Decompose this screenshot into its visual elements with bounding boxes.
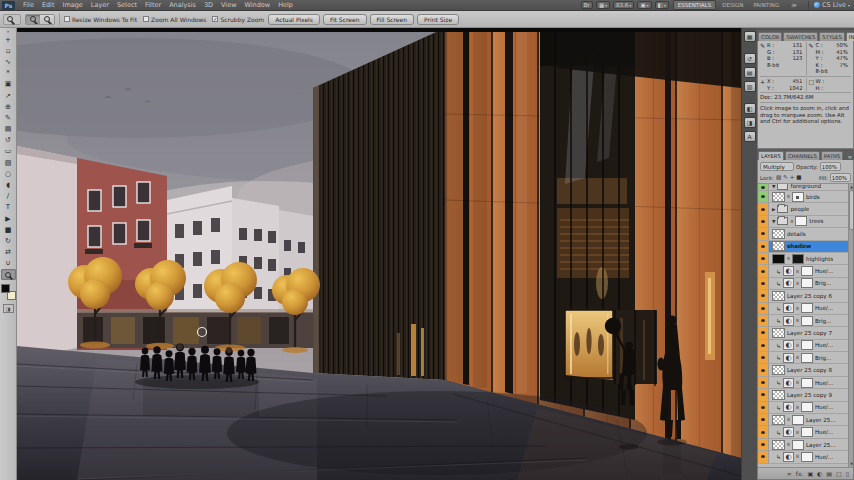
layer-name[interactable]: trees — [809, 218, 823, 224]
menu-analysis[interactable]: Analysis — [165, 0, 200, 10]
workspace-design[interactable]: DESIGN — [718, 1, 747, 9]
visibility-toggle[interactable] — [758, 364, 769, 375]
visibility-toggle[interactable] — [758, 352, 769, 363]
panel-mini-bridge-icon[interactable]: ▦ — [744, 31, 756, 42]
visibility-toggle[interactable] — [758, 377, 769, 388]
clone-stamp-tool[interactable]: ▤ — [1, 124, 16, 135]
visibility-toggle[interactable] — [758, 315, 769, 326]
layers-scrollbar[interactable]: ▲ ▼ — [848, 184, 853, 467]
gradient-tool[interactable]: ▨ — [1, 157, 16, 168]
move-tool[interactable]: + — [1, 34, 16, 45]
3d-tool[interactable]: ⇄ — [1, 247, 16, 258]
layer-name[interactable]: Layer 25... — [806, 442, 836, 448]
layer-name[interactable]: Hue/... — [815, 380, 833, 386]
layer-name[interactable]: Layer 25 copy 8 — [787, 367, 832, 373]
layer-name[interactable]: foreground — [790, 184, 821, 189]
layer-row[interactable]: 8highlights — [758, 253, 853, 265]
visibility-toggle[interactable] — [758, 191, 769, 202]
blend-mode-select[interactable]: Multiply▾ — [760, 162, 794, 171]
lasso-tool[interactable]: ∿ — [1, 56, 16, 67]
option-scrubby-zoom[interactable]: ✓Scrubby Zoom — [212, 16, 264, 23]
layers-tab-channels[interactable]: CHANNELS — [785, 151, 820, 160]
menu-view[interactable]: View — [217, 0, 240, 10]
dodge-tool[interactable]: ◖ — [1, 179, 16, 190]
fill-screen-button[interactable]: Fill Screen — [370, 14, 415, 25]
opacity-value[interactable]: 100%▸ — [820, 162, 841, 171]
disclosure-icon[interactable]: ▶ — [772, 207, 775, 212]
zoom-level[interactable]: 83.6▾ — [613, 1, 634, 9]
layer-mask-thumbnail[interactable] — [801, 340, 813, 350]
layer-mask-thumbnail[interactable] — [801, 353, 813, 363]
layer-name[interactable]: Hue/... — [815, 454, 833, 460]
layer-name[interactable]: Layer 25 copy 6 — [787, 293, 832, 299]
quick-mask-button[interactable]: ◨ — [3, 304, 14, 313]
visibility-toggle[interactable] — [758, 389, 769, 400]
panel-actions-icon[interactable]: ▤ — [744, 67, 756, 78]
scroll-down-icon[interactable]: ▼ — [849, 461, 853, 467]
layer-mask-thumbnail[interactable] — [801, 303, 813, 313]
panel-adjustments-icon[interactable]: ◧ — [744, 103, 756, 114]
visibility-toggle[interactable] — [758, 184, 769, 190]
menu-3d[interactable]: 3D — [200, 0, 217, 10]
lock-position-icon[interactable]: + — [790, 175, 795, 181]
visibility-toggle[interactable] — [758, 340, 769, 351]
layer-thumbnail[interactable] — [772, 241, 785, 251]
foreground-color-swatch[interactable] — [1, 284, 10, 293]
cs-live-button[interactable]: CS Live ▾ — [808, 1, 850, 9]
visibility-toggle[interactable] — [758, 203, 769, 214]
launch-bridge-icon[interactable]: Br — [581, 1, 593, 9]
layer-row[interactable]: ↳◐8Hue/... — [758, 340, 853, 352]
hand-tool[interactable]: ∪ — [1, 258, 16, 269]
panel-tool-presets-icon[interactable]: ▥ — [744, 81, 756, 92]
layer-mask-thumbnail[interactable] — [801, 402, 813, 412]
layer-name[interactable]: Hue/... — [815, 305, 833, 311]
layers-tab-layers[interactable]: LAYERS — [758, 151, 784, 160]
add-layer-mask-icon[interactable]: ▣ — [807, 471, 813, 477]
layer-name[interactable]: Brig... — [815, 318, 832, 324]
layer-thumbnail[interactable] — [772, 390, 785, 400]
panel-character-icon[interactable]: A — [744, 131, 756, 142]
visibility-toggle[interactable] — [758, 426, 769, 437]
visibility-toggle[interactable] — [758, 439, 769, 450]
layer-mask-thumbnail[interactable] — [792, 254, 804, 264]
layer-name[interactable]: Layer 25 copy 7 — [787, 330, 832, 336]
workspace-essentials[interactable]: ESSENTIALS — [673, 0, 716, 10]
menu-edit[interactable]: Edit — [38, 0, 59, 10]
layer-thumbnail[interactable] — [772, 440, 785, 450]
info-tab-styles[interactable]: STYLES — [819, 32, 845, 41]
layer-row[interactable]: Layer 25 copy 6 — [758, 290, 853, 302]
blur-tool[interactable]: ○ — [1, 168, 16, 179]
layer-mask-thumbnail[interactable] — [792, 440, 804, 450]
arrange-documents-icon[interactable]: ▣▾ — [637, 1, 651, 9]
marquee-tool[interactable]: ▫ — [1, 45, 16, 56]
layer-row[interactable]: ↳◐8Hue/... — [758, 402, 853, 414]
brush-tool[interactable]: ✎ — [1, 112, 16, 123]
disclosure-icon[interactable]: ▼ — [772, 184, 775, 189]
visibility-toggle[interactable] — [758, 216, 769, 227]
panel-history-icon[interactable]: ↺ — [744, 53, 756, 64]
layer-thumbnail[interactable] — [772, 291, 785, 301]
layer-row[interactable]: Layer 25 copy 7 — [758, 327, 853, 339]
delete-layer-icon[interactable]: ▯ — [846, 471, 849, 477]
canvas-image[interactable] — [17, 28, 741, 480]
menu-layer[interactable]: Layer — [87, 0, 113, 10]
visibility-toggle[interactable] — [758, 414, 769, 425]
fill-value[interactable]: 100%▸ — [830, 173, 851, 182]
layer-row[interactable]: ▼8trees — [758, 216, 853, 228]
type-tool[interactable]: T — [1, 202, 16, 213]
layer-row[interactable]: 8birds — [758, 191, 853, 203]
zoom-out-toggle[interactable] — [40, 15, 54, 24]
visibility-toggle[interactable] — [758, 278, 769, 289]
layer-row[interactable]: ↳◐8Brig... — [758, 278, 853, 290]
layer-thumbnail[interactable] — [772, 192, 785, 202]
layer-name[interactable]: Layer 25... — [806, 417, 836, 423]
actual-pixels-button[interactable]: Actual Pixels — [268, 14, 320, 25]
lock-pixels-icon[interactable]: ✎ — [783, 175, 788, 181]
layer-row[interactable]: ↳◐8Hue/... — [758, 426, 853, 438]
layer-thumbnail[interactable] — [772, 365, 785, 375]
crop-tool[interactable]: ▣ — [1, 79, 16, 90]
info-tab-color[interactable]: COLOR — [758, 32, 782, 41]
layer-row[interactable]: ↳◐8Brig... — [758, 315, 853, 327]
tool-preset-picker[interactable]: ▾ — [3, 14, 21, 25]
layer-row[interactable]: details — [758, 228, 853, 240]
